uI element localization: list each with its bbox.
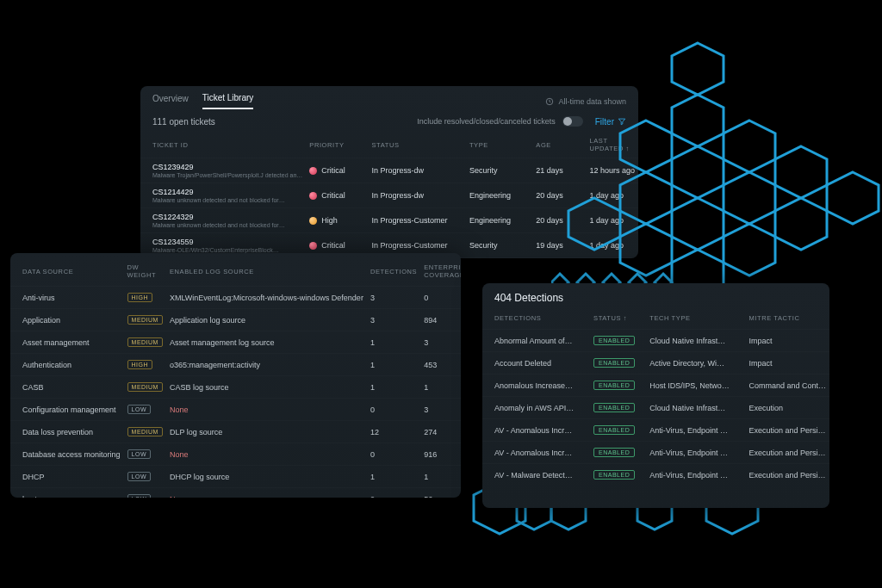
col-status[interactable]: STATUS: [368, 133, 465, 158]
detection-row[interactable]: Account DeletedENABLEDActive Directory, …: [482, 352, 829, 374]
data-source-table: DATA SOURCE DW WEIGHT ENABLED LOG SOURCE…: [10, 258, 461, 498]
col-mitre-tactic[interactable]: MITRE TACTIC: [745, 311, 829, 330]
dw-weight-badge: LOW: [127, 405, 151, 414]
col-dw-weight[interactable]: DW WEIGHT: [124, 258, 166, 287]
dw-weight-badge: LOW: [127, 472, 151, 481]
dw-weight-badge: MEDIUM: [127, 337, 163, 347]
tech-type: Host IDS/IPS, Netwo…: [646, 374, 745, 397]
status-enabled-badge: ENABLED: [593, 425, 635, 435]
col-detection-status[interactable]: STATUS ↑: [590, 311, 646, 330]
status-enabled-badge: ENABLED: [593, 470, 635, 480]
ticket-type: Security: [466, 233, 532, 258]
tech-type: Cloud Native Infrast…: [646, 330, 745, 352]
enterprise-coverage: 0: [420, 287, 461, 309]
data-source-row[interactable]: Data loss preventionMEDIUMDLP log source…: [10, 421, 461, 443]
status-enabled-badge: ENABLED: [593, 336, 635, 345]
decorative-hexes-top: [551, 34, 882, 301]
col-detection-name[interactable]: DETECTIONS: [482, 311, 590, 330]
detections-panel: 404 Detections DETECTIONS STATUS ↑ TECH …: [482, 283, 829, 508]
detections-count: 1: [367, 376, 420, 399]
col-coverage[interactable]: ENTERPRISE COVERAGE: [420, 258, 461, 287]
data-source-name: Data loss prevention: [10, 421, 124, 443]
enterprise-coverage: 894: [420, 309, 461, 331]
data-source-row[interactable]: CASBMEDIUMCASB log source11: [10, 376, 461, 399]
data-source-row[interactable]: Asset managementMEDIUMAsset management l…: [10, 331, 461, 354]
detections-count: 12: [367, 421, 420, 443]
mitre-tactic: Impact: [745, 330, 829, 352]
data-source-name: Application: [10, 309, 124, 331]
col-log-source[interactable]: ENABLED LOG SOURCE: [166, 258, 367, 287]
data-source-row[interactable]: Anti-virusHIGHXMLWinEventLog:Microsoft-w…: [10, 287, 461, 309]
ticket-type: Engineering: [466, 208, 532, 233]
tech-type: Active Directory, Wi…: [646, 352, 745, 374]
ticket-subject: Malware unknown detected and not blocked…: [152, 222, 302, 228]
enterprise-coverage: 1: [420, 376, 461, 399]
log-source-none: None: [170, 450, 189, 459]
log-source: CASB log source: [170, 383, 229, 392]
detection-row[interactable]: Anomaly in AWS API…ENABLEDCloud Native I…: [482, 397, 829, 419]
col-tech-type[interactable]: TECH TYPE: [646, 311, 745, 330]
col-priority[interactable]: PRIORITY: [306, 133, 368, 158]
data-source-name: Authentication: [10, 354, 124, 376]
tab-overview[interactable]: Overview: [152, 94, 189, 108]
data-source-name: Database access monitoring: [10, 443, 124, 466]
log-source: XMLWinEventLog:Microsoft-windows-windows…: [170, 294, 363, 302]
tab-ticket-library[interactable]: Ticket Library: [202, 93, 254, 109]
detection-row[interactable]: AV - Anomalous Incr…ENABLEDAnti-Virus, E…: [482, 419, 829, 442]
detection-row[interactable]: AV - Malware Detect…ENABLEDAnti-Virus, E…: [482, 464, 829, 486]
data-source-name: CASB: [10, 376, 124, 399]
data-source-row[interactable]: AuthenticationHIGHo365:management:activi…: [10, 354, 461, 376]
priority-label: Critical: [321, 241, 345, 250]
detection-name: Anomaly in AWS API…: [482, 397, 590, 419]
detection-name: AV - Anomalous Incr…: [482, 419, 590, 442]
data-source-name: Configuration management: [10, 399, 124, 421]
col-detections[interactable]: DETECTIONS: [367, 258, 420, 287]
ticket-status: In Progress-dw: [368, 183, 465, 208]
detection-row[interactable]: Abnormal Amount of…ENABLEDCloud Native I…: [482, 330, 829, 352]
detections-count: 0: [367, 399, 420, 421]
data-source-row[interactable]: hostLOWNone056: [10, 488, 461, 498]
detection-name: AV - Anomalous Incr…: [482, 442, 590, 464]
include-resolved-label: Include resolved/closed/canceled tickets: [417, 117, 556, 126]
detections-title: 404 Detections: [482, 290, 829, 311]
ticket-id: CS1214429: [152, 188, 194, 196]
data-source-row[interactable]: Database access monitoringLOWNone0916: [10, 443, 461, 466]
priority-label: Critical: [321, 166, 345, 175]
dw-weight-badge: MEDIUM: [127, 382, 163, 392]
ticket-id: CS1234559: [152, 238, 194, 246]
tech-type: Anti-Virus, Endpoint …: [646, 464, 745, 486]
ticket-type: Security: [466, 158, 532, 183]
dw-weight-badge: MEDIUM: [127, 315, 163, 325]
dw-weight-badge: HIGH: [127, 293, 153, 302]
enterprise-coverage: 453: [420, 354, 461, 376]
data-source-name: DHCP: [10, 466, 124, 488]
col-data-source[interactable]: DATA SOURCE: [10, 258, 124, 287]
ticket-subject: Malware-OLE/Win32/CustomEnterpriseBlock…: [152, 247, 302, 253]
ticket-subject: Malware Trojan/PowerShell/Powersploit.J …: [152, 172, 302, 178]
data-source-row[interactable]: ApplicationMEDIUMApplication log source3…: [10, 309, 461, 331]
enterprise-coverage: 274: [420, 421, 461, 443]
detection-name: Account Deleted: [482, 352, 590, 374]
detections-count: 0: [367, 488, 420, 498]
ticket-status: In Progress-Customer: [368, 208, 465, 233]
dw-weight-badge: LOW: [127, 449, 151, 459]
col-type[interactable]: TYPE: [466, 133, 532, 158]
priority-dot-icon: [309, 192, 317, 200]
ticket-type: Engineering: [466, 183, 532, 208]
detections-count: 3: [367, 287, 420, 309]
enterprise-coverage: 3: [420, 399, 461, 421]
log-source: Application log source: [170, 316, 245, 325]
ticket-id: CS1224329: [152, 213, 194, 221]
dw-weight-badge: MEDIUM: [127, 427, 163, 436]
col-ticket-id[interactable]: TICKET ID: [140, 133, 306, 158]
detections-count: 0: [367, 443, 420, 466]
data-source-row[interactable]: DHCPLOWDHCP log source11: [10, 466, 461, 488]
dw-weight-badge: LOW: [127, 494, 151, 498]
tech-type: Cloud Native Infrast…: [646, 397, 745, 419]
data-source-row[interactable]: Configuration managementLOWNone03: [10, 399, 461, 421]
detection-row[interactable]: AV - Anomalous Incr…ENABLEDAnti-Virus, E…: [482, 442, 829, 464]
detections-table: DETECTIONS STATUS ↑ TECH TYPE MITRE TACT…: [482, 311, 829, 486]
ticket-id: CS1239429: [152, 163, 194, 171]
data-source-name: Anti-virus: [10, 287, 124, 309]
detection-row[interactable]: Anomalous Increase…ENABLEDHost IDS/IPS, …: [482, 374, 829, 397]
